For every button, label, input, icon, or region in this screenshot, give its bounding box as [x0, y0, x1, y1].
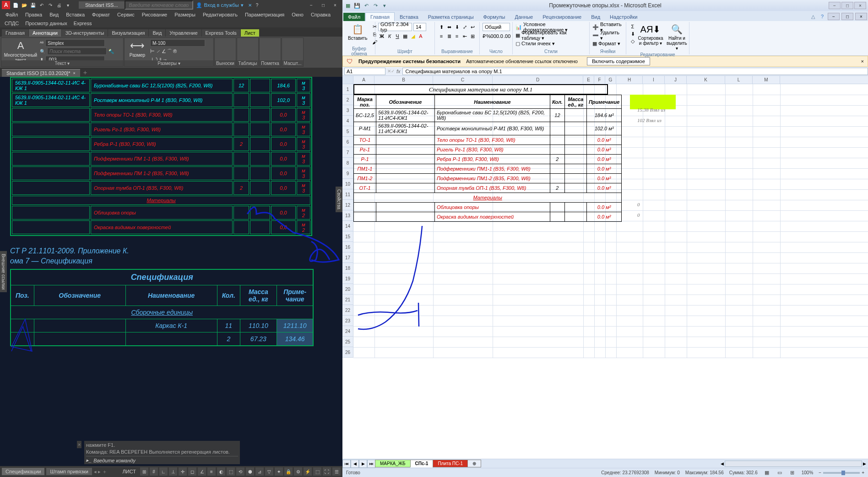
maximize-button[interactable]: □	[318, 1, 329, 9]
orientation-icon[interactable]: ⤢	[461, 23, 468, 31]
hwacc-icon[interactable]: ⚡	[304, 467, 312, 476]
menu-format[interactable]: Формат	[89, 11, 113, 18]
3dosnap-icon[interactable]: ⬢	[246, 467, 254, 476]
qp-icon[interactable]: ⬚	[227, 467, 235, 476]
model-icon[interactable]: ⊞	[140, 467, 148, 476]
new-sheet-icon[interactable]: ⊕	[467, 460, 481, 467]
status-tab-spec[interactable]: Спецификации	[2, 468, 44, 475]
sort-filter-button[interactable]: АЯ⬇ Сортировка и фильтр ▾	[638, 23, 663, 52]
sheet-prev-icon[interactable]: ◀	[351, 460, 359, 468]
clear-icon[interactable]: ◇	[629, 38, 636, 45]
custom-icon[interactable]: ☰	[332, 467, 341, 476]
dim-aligned-icon[interactable]: ⟋	[156, 48, 161, 54]
currency-icon[interactable]: ₽	[483, 32, 486, 40]
row-header[interactable]: 20	[342, 284, 353, 295]
rtab-et[interactable]: Express Tools	[202, 29, 240, 37]
row-header[interactable]: 8	[342, 158, 353, 168]
cell-styles-button[interactable]: ▢ Стили ячеек ▾	[515, 39, 586, 48]
column-header[interactable]: L	[725, 76, 753, 84]
tables-panel[interactable]: Таблицы	[237, 60, 258, 66]
row-header[interactable]: 3	[342, 105, 353, 116]
inc-decimal-icon[interactable]: .0	[499, 32, 503, 40]
row-header[interactable]: 6	[342, 137, 353, 147]
hscroll-right-icon[interactable]: ▶	[863, 461, 866, 466]
ortho-icon[interactable]: ⊥	[169, 467, 177, 476]
menu-edit[interactable]: Правка	[22, 11, 45, 18]
formula-input[interactable]	[402, 68, 868, 75]
row-header[interactable]: 1	[342, 84, 353, 95]
otrack-icon[interactable]: ∠	[198, 467, 206, 476]
merge-icon[interactable]: ⊞	[469, 32, 476, 40]
column-header[interactable]: M	[753, 76, 780, 84]
close-tab-icon[interactable]: ×	[73, 71, 75, 75]
leader-panel[interactable]: Выноски	[215, 60, 236, 66]
qat-open-icon[interactable]: 📂	[21, 1, 28, 9]
rtab-3d[interactable]: 3D-инструменты	[62, 29, 108, 37]
font-color-icon[interactable]: A	[417, 32, 424, 40]
osnap-icon[interactable]: ◻	[188, 467, 196, 476]
row-header[interactable]: 15	[342, 231, 353, 242]
column-header[interactable]: C	[433, 76, 493, 84]
column-header[interactable]: H	[616, 76, 643, 84]
row-header[interactable]: 24	[342, 326, 353, 337]
file-tab[interactable]: Файл	[343, 13, 365, 21]
wb-min-button[interactable]: −	[828, 13, 840, 20]
xref-panel-tab[interactable]: Внешние ссылки	[0, 251, 7, 292]
menu-dimension[interactable]: Размеры	[172, 11, 198, 18]
menu-window[interactable]: Окно	[289, 11, 306, 18]
document-tab[interactable]: Standart ISSO [31.03.2020]* ×	[2, 69, 80, 77]
paste-button[interactable]: 📋 Вставить	[346, 23, 369, 46]
tab-view[interactable]: Вид	[586, 13, 605, 21]
fill-down-icon[interactable]: ⬇	[629, 30, 636, 38]
text-style-combo[interactable]	[45, 39, 105, 47]
find-text-input[interactable]	[47, 48, 107, 55]
sheet-next-icon[interactable]: ▶	[359, 460, 367, 468]
cells-area[interactable]: Спецификация материалов на опору М.1 Мар…	[353, 84, 868, 358]
new-tab-icon[interactable]: ＋	[82, 69, 88, 77]
row-header[interactable]: 26	[342, 347, 353, 358]
menu-modify[interactable]: Редактировать	[200, 11, 240, 18]
rtab-sheet[interactable]: Лист	[241, 29, 259, 37]
hscroll-left-icon[interactable]: ◀	[721, 461, 724, 466]
status-tab-stamp[interactable]: Штамп привязки	[46, 468, 92, 475]
row-header[interactable]: 18	[342, 263, 353, 273]
column-header[interactable]: B	[374, 76, 433, 84]
polar-icon[interactable]: ✛	[179, 467, 187, 476]
qat-redo-icon[interactable]: ↷	[372, 2, 379, 9]
minimize-button[interactable]: −	[306, 1, 317, 9]
qat-print-icon[interactable]: 🖨	[55, 1, 63, 9]
close-button[interactable]: ×	[854, 2, 866, 9]
abc-icon[interactable]: ᴬᴮ	[40, 41, 43, 46]
sel-filter-icon[interactable]: ▽	[265, 467, 273, 476]
sheet-tab-3[interactable]: Плита ПС-1	[433, 460, 468, 467]
signin-link[interactable]: 👤 Вход в службы ▾	[193, 2, 246, 8]
row-header[interactable]: 10	[342, 179, 353, 189]
align-center-icon[interactable]: ≣	[445, 32, 453, 40]
column-header[interactable]: I	[643, 76, 665, 84]
row-header[interactable]: 21	[342, 295, 353, 305]
warning-close-icon[interactable]: ×	[861, 59, 864, 64]
rtab-view[interactable]: Вид	[149, 29, 165, 37]
menu-draw[interactable]: Рисование	[139, 11, 170, 18]
table-format-button[interactable]: ▦ Форматировать как таблицу ▾	[515, 31, 586, 39]
row-header[interactable]: 7	[342, 147, 353, 158]
rtab-viz[interactable]: Визуализация	[108, 29, 148, 37]
find-select-button[interactable]: 🔍 Найти и выделить ▾	[665, 23, 689, 52]
sub-express[interactable]: Express	[71, 20, 95, 27]
properties-panel-tab[interactable]: Свойства	[336, 187, 342, 212]
menu-view[interactable]: Вид	[47, 11, 61, 18]
transparency-icon[interactable]: ◐	[217, 467, 225, 476]
view-layout-icon[interactable]: ▭	[776, 469, 783, 477]
clean-icon[interactable]: ⛶	[323, 467, 331, 476]
align-left-icon[interactable]: ≡	[438, 32, 445, 40]
tab-data[interactable]: Данные	[510, 13, 537, 21]
find-icon[interactable]: 🔍	[40, 49, 45, 54]
column-header[interactable]: K	[687, 76, 725, 84]
dim-angular-icon[interactable]: ∠	[162, 48, 166, 54]
font-size-combo[interactable]: 14	[413, 23, 426, 31]
dim-panel-label[interactable]: Размеры ▾	[125, 60, 213, 66]
tab-nav-icon[interactable]: ◂ ▸ ＋	[94, 468, 107, 475]
align-bot-icon[interactable]: ⬇	[453, 23, 461, 31]
fill-icon[interactable]: ◢	[409, 32, 417, 40]
row-header[interactable]: 5	[342, 126, 353, 137]
